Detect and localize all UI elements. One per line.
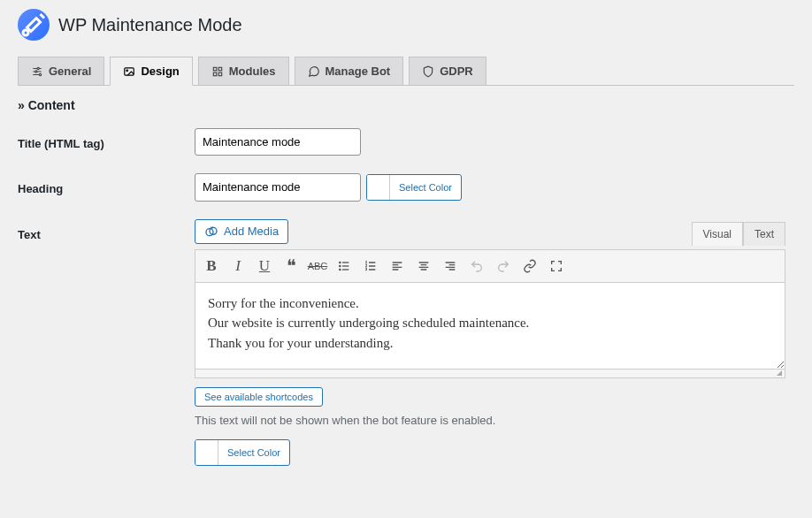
- editor-line: Sorry for the inconvenience.: [208, 293, 772, 314]
- text-color-button[interactable]: Select Color: [195, 439, 290, 466]
- svg-rect-9: [218, 72, 222, 76]
- plugin-logo-icon: [18, 9, 50, 41]
- bot-notice-text: This text will not be shown when the bot…: [195, 414, 785, 427]
- svg-rect-6: [213, 67, 217, 71]
- heading-input[interactable]: [195, 173, 361, 201]
- title-input[interactable]: [195, 128, 361, 156]
- tab-modules[interactable]: Modules: [198, 57, 289, 85]
- tab-manage-bot[interactable]: Manage Bot: [295, 57, 404, 85]
- shield-icon: [422, 65, 434, 78]
- editor-line: Our website is currently undergoing sche…: [208, 313, 772, 333]
- color-swatch-icon: [367, 175, 390, 200]
- color-swatch-icon: [195, 440, 218, 465]
- undo-button[interactable]: [464, 254, 489, 278]
- svg-point-2: [35, 70, 37, 72]
- svg-point-3: [39, 73, 41, 75]
- section-content-title: » Content: [18, 98, 794, 112]
- svg-point-14: [340, 269, 341, 270]
- svg-text:3: 3: [365, 267, 367, 271]
- svg-rect-8: [213, 72, 217, 76]
- wysiwyg-editor: Visual Text B I U ❝ ABC 123: [195, 249, 785, 378]
- fullscreen-button[interactable]: [544, 254, 569, 278]
- svg-rect-7: [218, 67, 222, 71]
- editor-tab-visual[interactable]: Visual: [692, 222, 743, 246]
- text-label: Text: [18, 219, 195, 485]
- grid-icon: [211, 65, 224, 78]
- align-center-button[interactable]: [411, 254, 436, 278]
- editor-toolbar: B I U ❝ ABC 123: [195, 249, 785, 283]
- align-right-button[interactable]: [438, 254, 463, 278]
- svg-point-5: [126, 69, 128, 71]
- align-left-button[interactable]: [385, 254, 410, 278]
- link-button[interactable]: [517, 254, 542, 278]
- svg-point-0: [23, 30, 28, 35]
- strikethrough-button[interactable]: ABC: [305, 254, 330, 278]
- italic-button[interactable]: I: [226, 254, 250, 278]
- see-shortcodes-button[interactable]: See available shortcodes: [195, 387, 323, 407]
- media-icon: [204, 225, 218, 239]
- svg-point-1: [37, 67, 39, 69]
- tab-design[interactable]: Design: [110, 57, 192, 86]
- add-media-button[interactable]: Add Media: [195, 219, 288, 244]
- blockquote-button[interactable]: ❝: [279, 254, 303, 278]
- page-header: WP Maintenance Mode: [18, 9, 794, 41]
- resize-handle-icon[interactable]: [195, 369, 785, 378]
- tab-gdpr[interactable]: GDPR: [409, 57, 486, 85]
- editor-tab-text[interactable]: Text: [743, 222, 785, 246]
- editor-content-area[interactable]: Sorry for the inconvenience. Our website…: [195, 283, 785, 369]
- title-label: Title (HTML tag): [18, 128, 195, 173]
- image-icon: [123, 65, 135, 78]
- page-title: WP Maintenance Mode: [58, 15, 242, 35]
- ordered-list-button[interactable]: 123: [358, 254, 383, 278]
- heading-color-button[interactable]: Select Color: [366, 174, 462, 201]
- redo-button[interactable]: [491, 254, 516, 278]
- editor-line: Thank you for your understanding.: [208, 333, 772, 354]
- bullet-list-button[interactable]: [332, 254, 356, 278]
- svg-point-12: [340, 262, 341, 263]
- chat-icon: [308, 65, 320, 78]
- bold-button[interactable]: B: [199, 254, 224, 278]
- settings-tabs: General Design Modules Manage Bot GDPR: [18, 57, 794, 86]
- svg-point-13: [340, 265, 341, 266]
- underline-button[interactable]: U: [252, 254, 277, 278]
- sliders-icon: [31, 65, 43, 78]
- tab-general[interactable]: General: [18, 57, 104, 85]
- heading-label: Heading: [18, 173, 195, 218]
